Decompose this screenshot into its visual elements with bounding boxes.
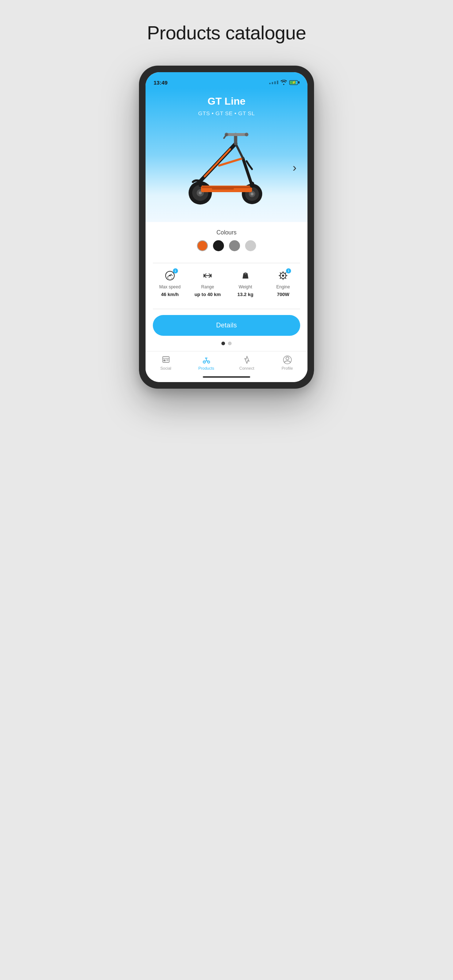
tab-products[interactable]: Products (186, 355, 226, 371)
svg-rect-42 (163, 360, 166, 361)
svg-point-31 (282, 275, 284, 277)
page-title: Products catalogue (147, 22, 306, 44)
content-area: Colours (145, 222, 308, 345)
colours-label: Colours (153, 229, 300, 236)
svg-line-36 (280, 273, 281, 274)
spec-engine-label: Engine (276, 285, 290, 290)
tab-connect-label: Connect (239, 366, 254, 371)
engine-icon-wrap: i (276, 269, 290, 282)
colours-section: Colours (153, 229, 300, 257)
status-time: 13:49 (153, 80, 167, 86)
spec-range-value: up to 40 km (195, 292, 221, 297)
products-icon (202, 355, 211, 364)
colour-swatches (153, 240, 300, 251)
colour-swatch-silver[interactable] (245, 240, 256, 251)
spec-maxspeed: i Max speed 46 km/h (153, 269, 187, 297)
spec-range: Range up to 40 km (191, 269, 225, 297)
info-badge-speed: i (173, 268, 178, 274)
phone-screen: 13:49 ⚡ (145, 72, 308, 382)
wifi-icon (281, 80, 287, 85)
spec-range-label: Range (201, 285, 214, 290)
tab-profile-label: Profile (282, 366, 293, 371)
divider-top (153, 263, 300, 263)
product-variants: GTS • GT SE • GT SL (153, 110, 300, 116)
tab-bar: Social Products (145, 351, 308, 373)
home-indicator (145, 373, 308, 382)
svg-rect-22 (212, 187, 234, 189)
specs-grid: i Max speed 46 km/h (153, 269, 300, 303)
svg-point-29 (244, 272, 247, 275)
svg-line-48 (206, 358, 207, 361)
svg-point-20 (245, 133, 248, 136)
spec-weight-label: Weight (239, 285, 252, 290)
info-badge-engine: i (286, 268, 291, 274)
phone-device: 13:49 ⚡ (139, 65, 314, 389)
hero-area: GT Line GTS • GT SE • GT SL (145, 88, 308, 222)
tab-connect[interactable]: Connect (226, 355, 267, 371)
product-line-name: GT Line (153, 95, 300, 107)
tab-social[interactable]: Social (145, 355, 186, 371)
spec-weight-value: 13.2 kg (238, 292, 254, 297)
status-icons: ⚡ (269, 80, 300, 85)
battery-icon: ⚡ (289, 80, 300, 85)
home-bar (203, 376, 250, 378)
profile-icon (283, 355, 292, 364)
status-bar: 13:49 ⚡ (145, 72, 308, 88)
svg-line-16 (236, 144, 243, 158)
weight-icon (240, 270, 250, 281)
signal-icon (269, 81, 278, 84)
tab-products-label: Products (198, 366, 214, 371)
next-arrow[interactable]: › (292, 161, 297, 174)
svg-point-7 (250, 192, 254, 196)
tab-profile[interactable]: Profile (267, 355, 308, 371)
spec-engine: i Engine 700W (266, 269, 301, 297)
svg-line-38 (285, 273, 286, 274)
scooter-svg (175, 129, 278, 205)
svg-line-37 (285, 277, 286, 278)
social-icon (161, 355, 171, 364)
colour-swatch-black[interactable] (213, 240, 224, 251)
range-icon (203, 270, 213, 281)
page-dot-1 (222, 342, 225, 345)
weight-icon-wrap (238, 269, 253, 282)
speedometer-icon-wrap: i (163, 269, 177, 282)
colour-swatch-gray[interactable] (229, 240, 240, 251)
spec-maxspeed-label: Max speed (159, 285, 180, 290)
spec-weight: Weight 13.2 kg (228, 269, 263, 297)
colour-swatch-orange[interactable] (197, 240, 208, 251)
page-dot-2 (228, 342, 231, 345)
tab-social-label: Social (161, 366, 171, 371)
range-icon-wrap (200, 269, 215, 282)
svg-point-3 (199, 191, 202, 194)
scooter-image: › (153, 124, 300, 211)
svg-point-51 (286, 357, 289, 360)
divider-bottom (153, 309, 300, 309)
details-button[interactable]: Details (153, 315, 300, 336)
svg-point-46 (207, 361, 210, 363)
spec-engine-value: 700W (277, 292, 289, 297)
svg-line-39 (280, 277, 281, 278)
pagination-dots (153, 342, 300, 345)
svg-point-45 (203, 361, 205, 363)
spec-maxspeed-value: 46 km/h (161, 292, 179, 297)
connect-icon (242, 355, 252, 364)
